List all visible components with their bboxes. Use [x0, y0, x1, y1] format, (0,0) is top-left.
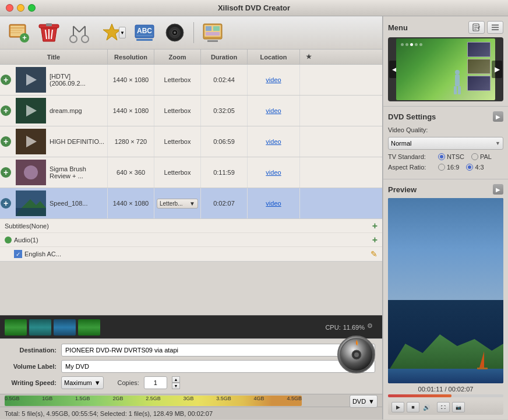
subtitles-text: Subtitles(None): [5, 223, 49, 230]
radio-4-3[interactable]: 4:3: [466, 164, 484, 171]
dvd-settings-expand-btn[interactable]: ▶: [493, 111, 503, 122]
row5-duration: 0:02:07: [201, 188, 248, 218]
col-resolution: Resolution: [108, 50, 154, 64]
left-panel: +: [0, 16, 383, 419]
preview-expand-btn[interactable]: ▶: [493, 184, 503, 195]
row3-video-link[interactable]: video: [266, 138, 281, 145]
row4-video-link[interactable]: video: [266, 169, 281, 176]
subtitle-button[interactable]: ABC: [132, 20, 157, 45]
audio-button[interactable]: [162, 20, 188, 45]
row1-star[interactable]: [300, 65, 318, 95]
copies-label: Copies:: [118, 379, 139, 386]
row5-title-cell[interactable]: + Speed_108...: [0, 188, 108, 218]
minimize-btn[interactable]: [17, 4, 24, 12]
preview-sail: [479, 351, 484, 368]
volume-label: Volume Label:: [7, 363, 57, 370]
row2-thumb: [16, 98, 46, 123]
row4-star[interactable]: [300, 157, 318, 188]
copies-down-btn[interactable]: ▼: [172, 383, 180, 389]
row3-star[interactable]: [300, 126, 318, 157]
row4-add-btn[interactable]: +: [1, 167, 11, 178]
copies-up-btn[interactable]: ▲: [172, 376, 180, 383]
row5-zoom-dropdown[interactable]: Letterb... ▼: [154, 188, 201, 218]
radio-16-9-label: 16:9: [447, 164, 459, 171]
dest-input[interactable]: [61, 344, 361, 357]
audio-edit-btn[interactable]: ✎: [365, 249, 382, 259]
remove-file-button[interactable]: [36, 20, 62, 45]
svg-rect-54: [454, 86, 457, 94]
row1-location[interactable]: video: [248, 65, 300, 95]
separator: [193, 22, 194, 43]
row4-title-cell[interactable]: + Sigma Brush Review + ...: [0, 157, 108, 188]
row5-video-link[interactable]: video: [266, 200, 281, 207]
burn-button[interactable]: [337, 336, 375, 373]
dvd-settings-header: DVD Settings ▶: [388, 111, 503, 122]
snapshot-btn[interactable]: 📷: [452, 402, 465, 412]
radio-16-9[interactable]: 16:9: [438, 164, 459, 171]
row5-location[interactable]: video: [248, 188, 300, 218]
row1-add-btn[interactable]: +: [1, 75, 11, 85]
close-btn[interactable]: [6, 4, 13, 12]
svg-text:+: +: [22, 33, 27, 42]
aspect-ratio-label: Aspect Ratio:: [388, 164, 435, 171]
row2-title-cell[interactable]: + dream.mpg: [0, 96, 108, 126]
table-row[interactable]: + Speed_108... 1440 × 1080 Letterb... ▼: [0, 188, 382, 219]
menu-edit-btn[interactable]: [468, 21, 485, 34]
effects-button[interactable]: ▼: [97, 20, 127, 45]
radio-pal-circle: [471, 153, 478, 160]
stop-btn[interactable]: ■: [407, 402, 419, 412]
preview-progress[interactable]: [388, 394, 503, 397]
add-file-button[interactable]: +: [6, 20, 31, 45]
audio-checkbox[interactable]: ✓: [14, 250, 22, 258]
table-row[interactable]: + HIGH DEFINITIO... 1280 × 720 Letterbox…: [0, 126, 382, 157]
row1-thumb: [16, 67, 46, 93]
col-zoom: Zoom: [154, 50, 201, 64]
dvd-format-select[interactable]: DVD ▼: [350, 395, 378, 408]
subtitles-add-btn[interactable]: +: [365, 221, 382, 231]
copies-input[interactable]: [144, 376, 167, 389]
row2-add-btn[interactable]: +: [1, 105, 11, 116]
menu-dot-4: [415, 43, 418, 46]
row4-location[interactable]: video: [248, 157, 300, 188]
radio-pal[interactable]: PAL: [471, 153, 492, 160]
row2-video-link[interactable]: video: [266, 107, 281, 114]
writing-speed-select[interactable]: Maximum ▼: [61, 376, 104, 389]
cut-button[interactable]: [66, 20, 92, 45]
row5-star[interactable]: [300, 188, 318, 218]
audio-add-btn[interactable]: +: [365, 235, 382, 245]
file-list-body: + [HDTV] (2006.09.2... 1440 × 1080 Lette…: [0, 65, 382, 315]
pb-label-4: 2.5GB: [146, 396, 161, 401]
video-quality-value: Normal: [391, 140, 411, 147]
row5-resolution: 1440 × 1080: [108, 188, 154, 218]
menu-list-btn[interactable]: [487, 21, 503, 34]
maximize-btn[interactable]: [28, 4, 36, 12]
row4-title: Sigma Brush Review + ...: [50, 165, 105, 179]
zoom-dropdown-btn[interactable]: Letterb... ▼: [157, 199, 198, 209]
cpu-settings-btn[interactable]: ⚙: [367, 322, 378, 333]
fullscreen-btn[interactable]: ⛶: [437, 402, 450, 412]
row3-add-btn[interactable]: +: [1, 136, 11, 147]
row3-title-cell[interactable]: + HIGH DEFINITIO...: [0, 126, 108, 157]
table-row[interactable]: + dream.mpg 1440 × 1080 Letterbox 0:32:0…: [0, 96, 382, 126]
video-quality-select[interactable]: Normal ▼: [388, 137, 503, 150]
menu-preview-container: ◀: [388, 37, 503, 101]
cpu-info: CPU:11.69% ⚙: [325, 322, 378, 333]
row3-title: HIGH DEFINITIO...: [50, 138, 104, 145]
row3-location[interactable]: video: [248, 126, 300, 157]
volume-input[interactable]: [61, 360, 375, 373]
play-btn[interactable]: ▶: [391, 402, 404, 412]
menu-thumb-1: [467, 42, 491, 57]
radio-ntsc[interactable]: NTSC: [438, 153, 464, 160]
row5-add-btn[interactable]: +: [1, 198, 11, 209]
row1-video-link[interactable]: video: [266, 76, 281, 83]
subtitles-row: Subtitles(None) +: [0, 219, 382, 233]
menu-next-btn[interactable]: ▶: [492, 61, 502, 78]
menu-button[interactable]: [200, 20, 225, 45]
radio-4-3-circle: [466, 164, 473, 171]
menu-dot-5: [419, 43, 422, 46]
row1-title-cell[interactable]: + [HDTV] (2006.09.2...: [0, 65, 108, 95]
row2-location[interactable]: video: [248, 96, 300, 126]
table-row[interactable]: + [HDTV] (2006.09.2... 1440 × 1080 Lette…: [0, 65, 382, 96]
row2-star[interactable]: [300, 96, 318, 126]
table-row[interactable]: + Sigma Brush Review + ... 640 × 360 Let…: [0, 157, 382, 188]
